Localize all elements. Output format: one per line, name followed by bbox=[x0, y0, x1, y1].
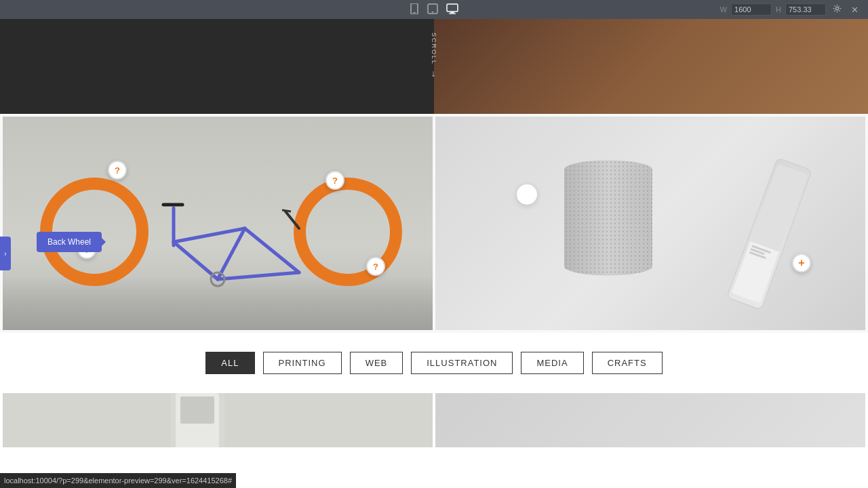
svg-line-10 bbox=[174, 242, 218, 279]
toolbar-center bbox=[410, 3, 458, 16]
scroll-text: SCROLL bbox=[431, 33, 437, 65]
height-label: H bbox=[776, 5, 781, 14]
main-content: › SCROLL ↓ bbox=[0, 19, 868, 488]
back-wheel-tooltip: Back Wheel bbox=[37, 232, 102, 252]
speaker-mesh-texture bbox=[564, 160, 652, 275]
bicycle-visual: ? ? ? ? Back Wheel bbox=[3, 117, 433, 330]
hotspot-front-wheel[interactable]: ? bbox=[366, 257, 385, 276]
bottom-left-visual bbox=[3, 393, 433, 447]
tech-hotspot-phone[interactable]: + bbox=[792, 253, 811, 272]
filter-illustration-button[interactable]: ILLUSTRATION bbox=[411, 352, 513, 374]
filter-crafts-button[interactable]: CRAFTS bbox=[592, 352, 663, 374]
question-icon: ? bbox=[332, 176, 338, 186]
svg-rect-20 bbox=[180, 396, 214, 424]
filter-all-button[interactable]: ALL bbox=[205, 352, 254, 374]
tablet-icon[interactable] bbox=[427, 3, 438, 16]
toolbar-right: W H ✕ bbox=[720, 3, 861, 16]
svg-line-15 bbox=[282, 210, 291, 211]
phone-product bbox=[726, 157, 812, 310]
svg-line-12 bbox=[218, 228, 245, 279]
question-icon: ? bbox=[115, 165, 120, 176]
width-input[interactable] bbox=[731, 3, 772, 16]
svg-rect-3 bbox=[432, 12, 434, 13]
portfolio-grid: ? ? ? ? Back Wheel bbox=[0, 114, 868, 333]
toolbar: W H ✕ bbox=[0, 0, 868, 19]
filter-printing-button[interactable]: PRINTING bbox=[263, 352, 342, 374]
svg-line-9 bbox=[245, 228, 299, 272]
speaker-product bbox=[564, 160, 652, 275]
sidebar-toggle[interactable]: › bbox=[0, 237, 11, 270]
plus-icon: + bbox=[798, 257, 804, 269]
desktop-icon[interactable] bbox=[446, 3, 458, 16]
bicycle-frame-svg bbox=[3, 117, 433, 330]
tech-hotspot-speaker[interactable] bbox=[517, 184, 537, 205]
filter-media-button[interactable]: MEDIA bbox=[521, 352, 583, 374]
bottom-portfolio-grid bbox=[0, 393, 868, 447]
svg-line-11 bbox=[218, 272, 299, 279]
bottom-card-right bbox=[435, 393, 865, 447]
svg-rect-1 bbox=[413, 12, 416, 14]
hotspot-seat[interactable]: ? bbox=[108, 161, 127, 180]
bottom-card-left bbox=[3, 393, 433, 447]
svg-line-8 bbox=[174, 228, 245, 242]
scroll-arrow-icon: ↓ bbox=[431, 68, 437, 79]
filter-web-button[interactable]: WEB bbox=[350, 352, 403, 374]
svg-rect-4 bbox=[447, 4, 458, 12]
bicycle-image-card: ? ? ? ? Back Wheel bbox=[3, 117, 433, 330]
close-button[interactable]: ✕ bbox=[848, 3, 861, 16]
question-icon: ? bbox=[373, 262, 378, 272]
svg-rect-5 bbox=[450, 12, 454, 14]
phone-screen bbox=[732, 164, 807, 303]
hero-section: SCROLL ↓ bbox=[0, 19, 868, 114]
tech-visual: + bbox=[435, 117, 865, 330]
chevron-right-icon: › bbox=[4, 250, 6, 258]
height-input[interactable] bbox=[785, 3, 826, 16]
status-url: localhost:10004/?p=299&elementor-preview… bbox=[4, 476, 232, 485]
hotspot-handlebar[interactable]: ? bbox=[326, 171, 344, 190]
scroll-indicator: SCROLL ↓ bbox=[431, 33, 437, 79]
width-label: W bbox=[720, 5, 727, 14]
svg-rect-6 bbox=[449, 13, 456, 14]
settings-button[interactable] bbox=[830, 3, 844, 16]
filter-section: ALL PRINTING WEB ILLUSTRATION MEDIA CRAF… bbox=[0, 333, 868, 393]
status-bar: localhost:10004/?p=299&elementor-preview… bbox=[0, 473, 236, 488]
tech-products-card: + bbox=[435, 117, 865, 330]
mobile-icon[interactable] bbox=[410, 3, 419, 16]
svg-line-14 bbox=[285, 211, 299, 228]
